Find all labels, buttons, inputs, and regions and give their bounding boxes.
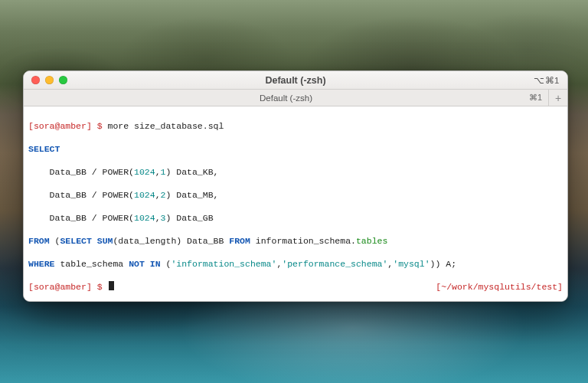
close-icon[interactable] bbox=[31, 76, 40, 84]
minimize-icon[interactable] bbox=[45, 76, 54, 84]
terminal-line: Data_BB / POWER(1024,2) Data_MB, bbox=[28, 189, 563, 201]
plus-icon: + bbox=[555, 92, 561, 104]
terminal-viewport[interactable]: [sora@amber] $ more size_database.sql SE… bbox=[24, 106, 567, 301]
terminal-line: FROM (SELECT SUM(data_length) Data_BB FR… bbox=[28, 235, 563, 247]
tab-bar: Default (-zsh) ⌘1 + bbox=[24, 90, 567, 106]
terminal-line: WHERE table_schema NOT IN ('information_… bbox=[28, 258, 563, 270]
terminal-line: [sora@amber] $ [~/work/mysqlutils/test] bbox=[28, 281, 563, 293]
new-tab-button[interactable]: + bbox=[549, 90, 567, 106]
terminal-window: Default (-zsh) ⌥⌘1 Default (-zsh) ⌘1 + [… bbox=[23, 70, 568, 302]
window-shortcut: ⌥⌘1 bbox=[534, 75, 560, 86]
terminal-line: Data_BB / POWER(1024,3) Data_GB bbox=[28, 212, 563, 224]
cursor-block-icon bbox=[109, 281, 114, 290]
right-prompt: [~/work/mysqlutils/test] bbox=[436, 281, 563, 293]
terminal-line: SELECT bbox=[28, 143, 563, 155]
zoom-icon[interactable] bbox=[59, 76, 67, 84]
window-title: Default (-zsh) bbox=[24, 75, 567, 86]
window-titlebar[interactable]: Default (-zsh) ⌥⌘1 bbox=[24, 71, 567, 90]
tab-label: Default (-zsh) bbox=[260, 93, 312, 103]
terminal-line: Data_BB / POWER(1024,1) Data_KB, bbox=[28, 166, 563, 178]
terminal-line: [sora@amber] $ more size_database.sql bbox=[28, 120, 563, 132]
tab-shortcut: ⌘1 bbox=[529, 93, 542, 103]
tab-default[interactable]: Default (-zsh) ⌘1 bbox=[24, 90, 549, 106]
traffic-lights bbox=[24, 76, 67, 84]
